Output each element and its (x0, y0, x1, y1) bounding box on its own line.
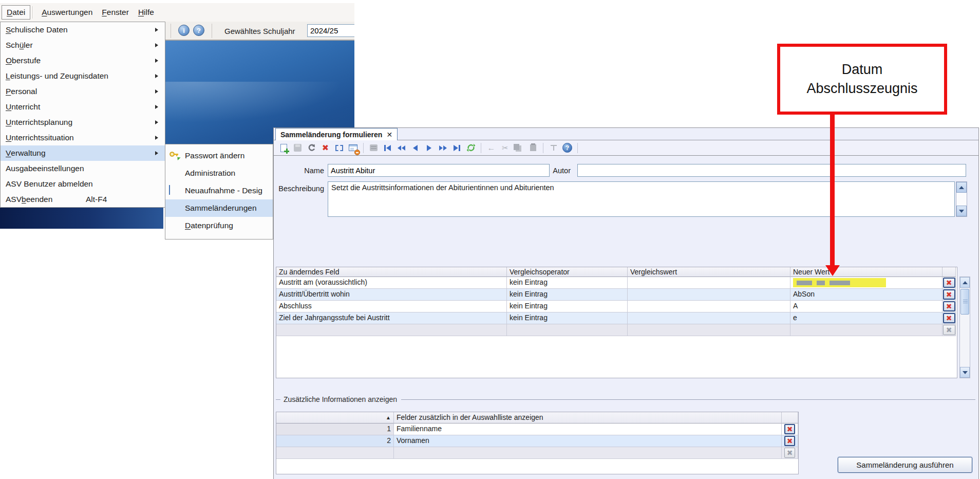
cell-nr[interactable] (276, 447, 394, 459)
beschreibung-textarea[interactable]: Setzt die Austrittsinformationen der Abi… (328, 181, 955, 217)
previous-icon[interactable] (409, 142, 422, 154)
menu-datei[interactable]: Datei (2, 5, 30, 20)
menuitem-ausgabeeinstellungen[interactable]: Ausgabeeinstellungen (1, 161, 165, 176)
cell-vergleichswert[interactable] (628, 301, 790, 312)
delete-row-button[interactable]: ✖ (943, 278, 955, 288)
cell-vergleichsoperator[interactable]: kein Eintrag (507, 312, 628, 324)
name-input[interactable] (328, 164, 550, 177)
save-icon[interactable] (291, 142, 304, 154)
cell-feld[interactable]: Vornamen (394, 435, 782, 447)
select-marquee-icon[interactable] (333, 142, 346, 154)
menuitem-leistungs-und-zeugnisdaten[interactable]: Leistungs- und Zeugnisdaten (1, 68, 165, 84)
table-row-empty[interactable]: ✖ (276, 324, 957, 336)
cell-feld[interactable] (394, 447, 782, 459)
fast-previous-icon[interactable] (395, 142, 408, 154)
submenuitem-sammelaenderungen[interactable]: Sammeländerungen (165, 199, 273, 217)
refresh-icon[interactable] (464, 142, 477, 154)
tab-close-icon[interactable]: ✕ (386, 131, 392, 139)
cell-feld[interactable]: Austritt/Übertritt wohin (276, 289, 507, 301)
cell-nr[interactable]: 2 (276, 435, 394, 447)
submenuitem-administration[interactable]: Administration (165, 164, 273, 182)
cell-feld[interactable]: Familienname (394, 423, 782, 435)
submenuitem-passwort-aendern[interactable]: Passwort ändern (165, 147, 273, 164)
scroll-up-icon[interactable] (956, 182, 967, 193)
delete-row-button[interactable]: ✖ (784, 424, 795, 434)
menuitem-verwaltung[interactable]: Verwaltung (1, 145, 165, 161)
menu-fenster[interactable]: Fenster (97, 6, 134, 19)
pin-icon[interactable] (547, 142, 560, 154)
table-row[interactable]: Austritt/Übertritt wohin kein Eintrag Ab… (276, 289, 957, 301)
column-header-sort[interactable]: ▲ (276, 412, 394, 423)
cell-feld[interactable] (276, 324, 507, 336)
scrollbar-up-icon[interactable] (960, 277, 970, 288)
menuitem-oberstufe[interactable]: Oberstufe (1, 53, 165, 68)
table-row[interactable]: Ziel der Jahrgangsstufe bei Austritt kei… (276, 312, 957, 324)
cell-neuer-wert[interactable]: A (790, 301, 943, 312)
new-record-icon[interactable] (277, 142, 290, 154)
cell-vergleichswert[interactable] (628, 324, 790, 336)
cell-vergleichsoperator[interactable] (507, 324, 628, 336)
column-header-vergleichsoperator[interactable]: Vergleichsoperator (507, 267, 628, 277)
fast-next-icon[interactable] (437, 142, 449, 154)
delete-row-button[interactable]: ✖ (784, 436, 795, 446)
menuitem-schueler[interactable]: Schüler (1, 38, 165, 53)
autor-input[interactable] (577, 164, 966, 177)
execute-sammelaenderung-button[interactable]: Sammeländerung ausführen (838, 457, 972, 473)
table-row[interactable]: 1 Familienname ✖ (276, 423, 798, 435)
menu-auswertungen[interactable]: Auswertungen (37, 6, 97, 19)
cell-nr[interactable]: 1 (276, 423, 394, 435)
next-icon[interactable] (423, 142, 436, 154)
submenuitem-datenpruefung[interactable]: Datenprüfung (165, 217, 273, 234)
menuitem-schulische-daten[interactable]: Schulische Daten (1, 22, 165, 38)
scrollbar-down-icon[interactable] (960, 367, 970, 378)
paste-icon[interactable] (526, 142, 539, 154)
cut-icon[interactable]: ✂ (499, 142, 512, 154)
column-header-neuer-wert[interactable]: Neuer Wert (790, 267, 943, 277)
menuitem-asv-benutzer-abmelden[interactable]: ASV Benutzer abmelden (1, 176, 165, 192)
menuitem-asv-beenden[interactable]: ASV beendenAlt-F4 (1, 192, 165, 207)
cell-neuer-wert[interactable]: AbSon (790, 289, 943, 301)
column-header-feld[interactable]: Zu änderndes Feld (276, 267, 507, 277)
cell-neuer-wert[interactable]: e (790, 312, 943, 324)
help-icon[interactable]: ? (193, 25, 204, 36)
sort-ascending-icon[interactable]: ▲ (386, 412, 391, 423)
cell-vergleichsoperator[interactable]: kein Eintrag (507, 289, 628, 301)
cell-vergleichswert[interactable] (628, 277, 790, 289)
tab-sammelaenderung-formulieren[interactable]: Sammeländerung formulieren ✕ (275, 128, 398, 140)
table-row-empty[interactable]: ✖ (276, 447, 798, 459)
dialog-help-icon[interactable]: ? (561, 142, 574, 154)
cell-vergleichswert[interactable] (628, 289, 790, 301)
scrollbar-thumb[interactable] (960, 289, 969, 315)
delete-row-button[interactable]: ✖ (943, 313, 955, 323)
cell-feld[interactable]: Austritt am (voraussichtlich) (276, 277, 507, 289)
table-vertical-scrollbar[interactable] (959, 277, 970, 378)
cell-vergleichswert[interactable] (628, 312, 790, 324)
menuitem-personal[interactable]: Personal (1, 84, 165, 99)
scroll-down-icon[interactable] (956, 206, 967, 216)
cell-neuer-wert-redacted[interactable] (790, 277, 943, 289)
table-row[interactable]: Austritt am (voraussichtlich) kein Eintr… (276, 277, 957, 289)
cell-vergleichsoperator[interactable]: kein Eintrag (507, 301, 628, 312)
first-record-icon[interactable] (381, 142, 394, 154)
back-icon[interactable]: ← (485, 142, 498, 154)
delete-row-button[interactable]: ✖ (943, 289, 955, 300)
table-row-selected[interactable]: 2 Vornamen ✖ (276, 435, 798, 447)
column-header-felder[interactable]: Felder zusätzlich in der Auswahlliste an… (394, 412, 782, 423)
delete-row-button[interactable]: ✖ (943, 301, 955, 311)
cell-feld[interactable]: Ziel der Jahrgangsstufe bei Austritt (276, 312, 507, 324)
info-icon[interactable]: i (178, 25, 190, 36)
school-year-input[interactable] (307, 24, 354, 37)
cell-feld[interactable]: Abschluss (276, 301, 507, 312)
beschreibung-scrollbar[interactable] (956, 181, 967, 217)
menuitem-unterricht[interactable]: Unterricht (1, 99, 165, 115)
form-remove-icon[interactable] (347, 142, 360, 154)
copy-icon[interactable] (513, 142, 525, 154)
cell-vergleichsoperator[interactable]: kein Eintrag (507, 277, 628, 289)
menuitem-unterrichtssituation[interactable]: Unterrichtssituation (1, 130, 165, 145)
cell-neuer-wert[interactable] (790, 324, 943, 336)
column-header-vergleichswert[interactable]: Vergleichswert (628, 267, 790, 277)
undo-icon[interactable] (305, 142, 318, 154)
records-icon[interactable] (367, 142, 380, 154)
submenuitem-neuaufnahme-design[interactable]: Neuaufnahme - Desig (165, 182, 273, 199)
last-record-icon[interactable] (450, 142, 463, 154)
